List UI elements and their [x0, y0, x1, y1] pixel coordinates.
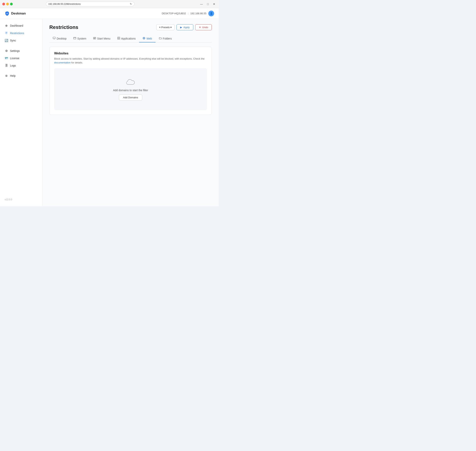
avatar[interactable]: 👤 [208, 11, 214, 16]
sidebar-item-settings[interactable]: ⚙ Settings [0, 47, 42, 55]
app-header: Deskman DESKTOP-HQ2UB32 | 192.168.86.55 … [0, 8, 219, 19]
maximize-button[interactable]: □ [206, 2, 210, 6]
tab-start-menu[interactable]: Start Menu [90, 35, 114, 42]
tab-start-menu-label: Start Menu [97, 37, 110, 40]
content-area: Restrictions ≡ Presets ▾ ▶ Apply ✕ Undo [42, 19, 219, 206]
tab-web[interactable]: Web [139, 35, 155, 42]
machine-name: DESKTOP-HQ2UB32 [162, 12, 186, 15]
tab-system-label: System [77, 37, 86, 40]
sidebar-label-license: License [10, 57, 19, 60]
presets-button[interactable]: ≡ Presets ▾ [156, 24, 175, 30]
sidebar-item-restrictions[interactable]: Restrictions [0, 29, 42, 37]
tab-folders-label: Folders [163, 37, 172, 40]
app: Deskman DESKTOP-HQ2UB32 | 192.168.86.55 … [0, 8, 219, 206]
system-tab-icon [74, 37, 76, 40]
sidebar-item-sync[interactable]: 🔄 Sync [0, 37, 42, 44]
tab-desktop[interactable]: Desktop [49, 35, 70, 42]
tab-folders[interactable]: Folders [155, 35, 175, 42]
svg-rect-0 [53, 37, 55, 39]
main-layout: ⊕ Dashboard Restrictions 🔄 Sync ⚙ Se [0, 19, 219, 206]
apply-button[interactable]: ▶ Apply [177, 24, 193, 30]
add-domains-button[interactable]: Add Domains [119, 94, 142, 100]
sidebar-label-restrictions: Restrictions [10, 32, 24, 35]
sidebar-label-sync: Sync [10, 39, 16, 42]
websites-section: Websites Block access to websites. Start… [49, 47, 212, 115]
tab-system[interactable]: System [70, 35, 90, 42]
machine-ip: 192.168.86.55 [190, 12, 206, 15]
websites-desc-text: Block access to websites. Start by addin… [54, 57, 204, 60]
websites-title: Websites [54, 51, 207, 55]
tab-web-label: Web [147, 37, 152, 40]
close-button[interactable]: ✕ [212, 2, 216, 6]
sidebar-version: v12.0.0 [0, 196, 42, 203]
page-header: Restrictions ≡ Presets ▾ ▶ Apply ✕ Undo [49, 24, 212, 30]
websites-desc-end: for details. [71, 61, 83, 64]
browser-window-controls [2, 3, 13, 5]
sidebar-label-help: Help [10, 74, 16, 77]
help-icon: ⊛ [5, 74, 8, 77]
settings-icon: ⚙ [5, 49, 8, 53]
sidebar: ⊕ Dashboard Restrictions 🔄 Sync ⚙ Se [0, 19, 42, 206]
sidebar-item-logs[interactable]: 🗄 Logs [0, 62, 42, 69]
header-divider: | [188, 12, 188, 15]
apply-icon: ▶ [180, 26, 182, 29]
header-actions: ≡ Presets ▾ ▶ Apply ✕ Undo [156, 24, 212, 30]
documentation-link[interactable]: documentation [54, 61, 71, 64]
minimize-button[interactable]: — [199, 2, 204, 6]
tabs: Desktop System Start Menu [49, 35, 212, 42]
sidebar-item-help[interactable]: ⊛ Help [0, 72, 42, 79]
avatar-icon: 👤 [210, 12, 213, 15]
sidebar-label-settings: Settings [10, 49, 20, 52]
refresh-icon[interactable]: ↻ [130, 2, 132, 5]
svg-rect-3 [74, 37, 76, 39]
page-title: Restrictions [49, 24, 78, 30]
cloud-icon [126, 78, 135, 86]
dashboard-icon: ⊕ [5, 24, 8, 27]
logo-text: Deskman [11, 12, 26, 15]
sidebar-item-license[interactable]: 🪪 License [0, 55, 42, 62]
restrictions-icon [5, 31, 8, 35]
address-text: 192.168.86.55:2288/restrictions [48, 3, 81, 5]
undo-button[interactable]: ✕ Undo [195, 24, 212, 30]
logo: Deskman [5, 11, 26, 16]
empty-state: Add domains to start the filter Add Doma… [54, 68, 207, 110]
desktop-tab-icon [53, 37, 56, 40]
empty-state-text: Add domains to start the filter [113, 89, 148, 92]
sidebar-label-logs: Logs [10, 64, 16, 67]
sync-icon: 🔄 [5, 39, 8, 42]
browser-maximize-button[interactable] [10, 3, 13, 5]
browser-minimize-button[interactable] [6, 3, 9, 5]
tab-desktop-label: Desktop [57, 37, 67, 40]
browser-chrome: 192.168.86.55:2288/restrictions ↻ — □ ✕ [0, 0, 219, 8]
applications-tab-icon [117, 37, 120, 40]
sidebar-item-dashboard[interactable]: ⊕ Dashboard [0, 22, 42, 29]
tab-applications[interactable]: Applications [114, 35, 139, 42]
apply-label: Apply [183, 26, 190, 29]
undo-label: Undo [202, 26, 208, 29]
window-controls: — □ ✕ [199, 2, 216, 6]
logs-icon: 🗄 [5, 64, 8, 67]
web-tab-icon [142, 37, 145, 40]
header-right: DESKTOP-HQ2UB32 | 192.168.86.55 👤 [162, 11, 214, 16]
undo-icon: ✕ [199, 26, 201, 29]
folders-tab-icon [159, 37, 162, 40]
tab-applications-label: Applications [121, 37, 136, 40]
start-menu-tab-icon [93, 37, 96, 40]
websites-description: Block access to websites. Start by addin… [54, 57, 207, 64]
license-icon: 🪪 [5, 56, 8, 60]
logo-icon [5, 11, 10, 16]
sidebar-label-dashboard: Dashboard [10, 24, 23, 27]
presets-label: ≡ Presets ▾ [159, 26, 172, 29]
address-bar[interactable]: 192.168.86.55:2288/restrictions ↻ [46, 1, 135, 6]
browser-close-button[interactable] [2, 3, 5, 5]
